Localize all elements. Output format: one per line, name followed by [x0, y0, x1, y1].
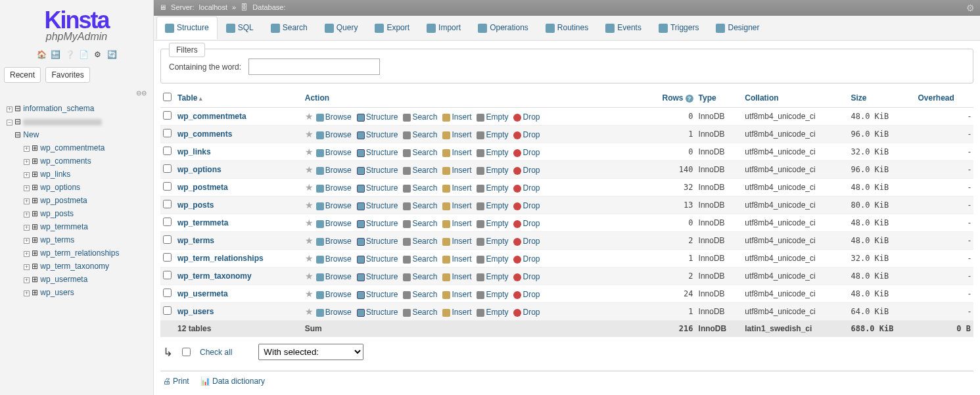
search-link[interactable]: Search	[403, 183, 437, 193]
empty-link[interactable]: Empty	[477, 166, 508, 175]
drop-link[interactable]: Drop	[513, 290, 540, 299]
tree-db-info-schema[interactable]: +⊟ information_schema	[4, 102, 149, 115]
search-link[interactable]: Search	[403, 290, 437, 299]
row-checkbox[interactable]	[163, 235, 172, 244]
star-icon[interactable]: ★	[305, 129, 314, 139]
drop-link[interactable]: Drop	[513, 130, 540, 139]
empty-link[interactable]: Empty	[477, 237, 508, 246]
insert-link[interactable]: Insert	[442, 308, 471, 317]
col-collation[interactable]: Collation	[742, 89, 848, 108]
tree-table-wp_posts[interactable]: +⊞ wp_posts	[4, 207, 149, 220]
star-icon[interactable]: ★	[305, 147, 314, 157]
tab-export[interactable]: Export	[366, 16, 418, 39]
tree-table-wp_terms[interactable]: +⊞ wp_terms	[4, 233, 149, 246]
table-name-link[interactable]: wp_options	[177, 165, 222, 174]
tree-table-wp_comments[interactable]: +⊞ wp_comments	[4, 154, 149, 168]
table-name-link[interactable]: wp_termmeta	[177, 218, 228, 227]
col-size[interactable]: Size	[848, 89, 915, 108]
row-checkbox[interactable]	[163, 111, 172, 120]
structure-link[interactable]: Structure	[357, 308, 398, 317]
insert-link[interactable]: Insert	[442, 166, 471, 175]
row-checkbox[interactable]	[163, 129, 172, 137]
structure-link[interactable]: Structure	[357, 166, 398, 175]
tree-table-wp_users[interactable]: +⊞ wp_users	[4, 286, 149, 299]
browse-link[interactable]: Browse	[316, 290, 352, 299]
favorites-tab[interactable]: Favorites	[45, 67, 89, 83]
browse-link[interactable]: Browse	[316, 201, 352, 210]
empty-link[interactable]: Empty	[477, 290, 508, 299]
insert-link[interactable]: Insert	[442, 290, 471, 299]
search-link[interactable]: Search	[403, 272, 437, 281]
print-link[interactable]: 🖨Print	[163, 377, 189, 386]
structure-link[interactable]: Structure	[357, 237, 398, 246]
drop-link[interactable]: Drop	[513, 219, 540, 228]
structure-link[interactable]: Structure	[357, 272, 398, 281]
reload-icon[interactable]: 🔄	[107, 50, 116, 59]
drop-link[interactable]: Drop	[513, 254, 540, 264]
search-link[interactable]: Search	[403, 254, 437, 264]
star-icon[interactable]: ★	[305, 289, 314, 299]
structure-link[interactable]: Structure	[357, 148, 398, 157]
star-icon[interactable]: ★	[305, 182, 314, 193]
tab-operations[interactable]: Operations	[469, 16, 537, 39]
row-checkbox[interactable]	[163, 271, 172, 279]
browse-link[interactable]: Browse	[316, 112, 352, 122]
drop-link[interactable]: Drop	[513, 148, 540, 157]
structure-link[interactable]: Structure	[357, 201, 398, 210]
col-overhead[interactable]: Overhead	[915, 89, 973, 108]
star-icon[interactable]: ★	[305, 271, 314, 281]
tree-table-wp_postmeta[interactable]: +⊞ wp_postmeta	[4, 194, 149, 207]
drop-link[interactable]: Drop	[513, 272, 540, 281]
insert-link[interactable]: Insert	[442, 112, 471, 122]
browse-link[interactable]: Browse	[316, 130, 352, 139]
row-checkbox[interactable]	[163, 289, 172, 297]
browse-link[interactable]: Browse	[316, 237, 352, 246]
empty-link[interactable]: Empty	[477, 183, 508, 193]
browse-link[interactable]: Browse	[316, 183, 352, 193]
exit-icon[interactable]: 🔚	[51, 50, 60, 59]
structure-link[interactable]: Structure	[357, 254, 398, 264]
drop-link[interactable]: Drop	[513, 166, 540, 175]
tree-table-wp_term_taxonomy[interactable]: +⊞ wp_term_taxonomy	[4, 260, 149, 273]
tab-triggers[interactable]: Triggers	[650, 16, 708, 39]
empty-link[interactable]: Empty	[477, 308, 508, 317]
insert-link[interactable]: Insert	[442, 237, 471, 246]
tab-designer[interactable]: Designer	[707, 16, 768, 39]
search-link[interactable]: Search	[403, 219, 437, 228]
structure-link[interactable]: Structure	[357, 290, 398, 299]
drop-link[interactable]: Drop	[513, 308, 540, 317]
tab-import[interactable]: Import	[418, 16, 469, 39]
structure-link[interactable]: Structure	[357, 112, 398, 122]
table-name-link[interactable]: wp_terms	[177, 236, 214, 245]
table-name-link[interactable]: wp_users	[177, 307, 214, 316]
browse-link[interactable]: Browse	[316, 272, 352, 281]
insert-link[interactable]: Insert	[442, 201, 471, 210]
home-icon[interactable]: 🏠	[37, 50, 46, 59]
tree-table-wp_term_relationships[interactable]: +⊞ wp_term_relationships	[4, 246, 149, 260]
table-name-link[interactable]: wp_links	[177, 147, 211, 156]
row-checkbox[interactable]	[163, 200, 172, 208]
empty-link[interactable]: Empty	[477, 254, 508, 264]
structure-link[interactable]: Structure	[357, 130, 398, 139]
tab-events[interactable]: Events	[597, 16, 650, 39]
tree-db-current[interactable]: −⊟	[4, 115, 149, 128]
structure-link[interactable]: Structure	[357, 219, 398, 228]
gear-icon[interactable]: ⚙	[966, 3, 975, 13]
search-link[interactable]: Search	[403, 112, 437, 122]
search-link[interactable]: Search	[403, 166, 437, 175]
with-selected-dropdown[interactable]: With selected:	[258, 344, 363, 360]
help-icon[interactable]: ❔	[65, 50, 74, 59]
row-checkbox[interactable]	[163, 164, 172, 173]
browse-link[interactable]: Browse	[316, 148, 352, 157]
insert-link[interactable]: Insert	[442, 254, 471, 264]
tab-routines[interactable]: Routines	[537, 16, 597, 39]
table-name-link[interactable]: wp_term_relationships	[177, 254, 264, 263]
star-icon[interactable]: ★	[305, 306, 314, 317]
recent-tab[interactable]: Recent	[4, 67, 41, 83]
drop-link[interactable]: Drop	[513, 237, 540, 246]
tree-table-wp_termmeta[interactable]: +⊞ wp_termmeta	[4, 220, 149, 233]
tree-table-wp_links[interactable]: +⊞ wp_links	[4, 168, 149, 181]
insert-link[interactable]: Insert	[442, 272, 471, 281]
insert-link[interactable]: Insert	[442, 130, 471, 139]
browse-link[interactable]: Browse	[316, 219, 352, 228]
